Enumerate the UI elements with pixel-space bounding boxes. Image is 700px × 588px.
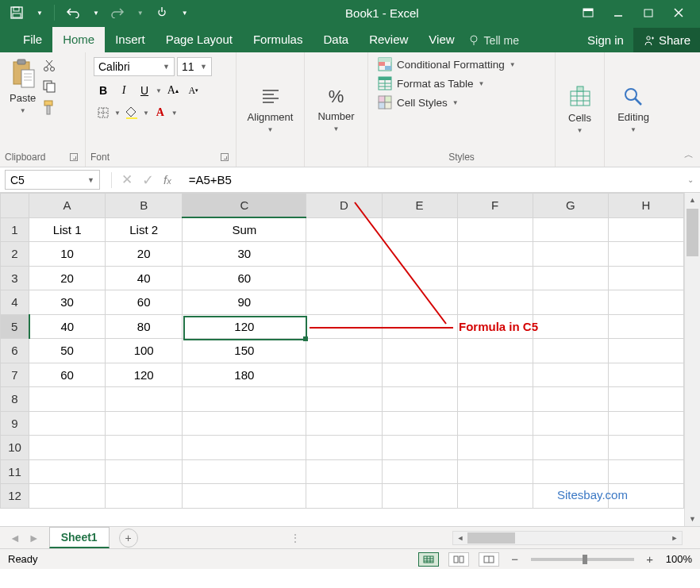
row-header-4[interactable]: 4	[1, 290, 29, 315]
cell-H1[interactable]	[608, 217, 683, 242]
cell-G3[interactable]	[533, 266, 608, 290]
cell-F1[interactable]	[457, 217, 533, 242]
alignment-button[interactable]: Alignment ▼	[243, 83, 298, 133]
cell-G10[interactable]	[533, 436, 608, 460]
cell-D6[interactable]	[306, 339, 382, 363]
cell-H3[interactable]	[608, 266, 683, 290]
cell-E10[interactable]	[382, 436, 457, 460]
sheet-tab-active[interactable]: Sheet1	[49, 527, 110, 548]
cell-H2[interactable]	[608, 242, 683, 267]
cell-F10[interactable]	[457, 436, 533, 460]
column-header-C[interactable]: C	[183, 194, 306, 218]
cell-A5[interactable]: 40	[29, 314, 106, 339]
cell-G1[interactable]	[533, 217, 608, 242]
tab-pagelayout[interactable]: Page Layout	[156, 27, 243, 52]
cell-H7[interactable]	[608, 363, 683, 387]
redo-icon[interactable]	[110, 6, 125, 20]
cell-B10[interactable]	[106, 436, 183, 460]
fx-icon[interactable]: fx	[163, 173, 171, 186]
cell-D5[interactable]	[306, 314, 382, 339]
vertical-scroll-thumb[interactable]	[687, 209, 698, 256]
row-header-7[interactable]: 7	[1, 363, 29, 387]
cell-A6[interactable]: 50	[29, 339, 106, 363]
cell-E2[interactable]	[382, 242, 457, 267]
cell-D12[interactable]	[306, 484, 382, 509]
cell-D1[interactable]	[306, 217, 382, 242]
format-painter-icon[interactable]	[42, 100, 56, 116]
cell-C10[interactable]	[183, 436, 306, 460]
cell-C5[interactable]: 120	[183, 314, 306, 339]
cell-H5[interactable]	[608, 314, 683, 339]
cell-A1[interactable]: List 1	[29, 217, 106, 242]
cell-H9[interactable]	[608, 411, 683, 436]
row-header-1[interactable]: 1	[1, 217, 29, 242]
cell-F2[interactable]	[457, 242, 533, 267]
collapse-ribbon-icon[interactable]: ︿	[684, 148, 694, 162]
cell-H6[interactable]	[608, 339, 683, 363]
tab-view[interactable]: View	[418, 27, 464, 52]
row-header-5[interactable]: 5	[1, 314, 29, 339]
maximize-button[interactable]	[641, 6, 656, 20]
row-header-12[interactable]: 12	[1, 484, 29, 509]
cell-E5[interactable]	[382, 314, 457, 339]
font-name-combo[interactable]: Calibri▼	[94, 57, 175, 76]
cell-B5[interactable]: 80	[106, 314, 183, 339]
cell-F12[interactable]	[457, 484, 533, 509]
cell-B2[interactable]: 20	[106, 242, 183, 267]
cell-H10[interactable]	[608, 436, 683, 460]
editing-button[interactable]: Editing ▼	[613, 83, 654, 133]
cell-D4[interactable]	[306, 290, 382, 315]
tab-insert[interactable]: Insert	[105, 27, 156, 52]
format-as-table-button[interactable]: Format as Table▼	[378, 76, 516, 90]
cell-G11[interactable]	[533, 459, 608, 484]
cell-C11[interactable]	[183, 459, 306, 484]
cell-F4[interactable]	[457, 290, 533, 315]
vertical-scrollbar[interactable]: ▲ ▼	[684, 193, 700, 526]
expand-formula-bar-icon[interactable]: ⌄	[687, 175, 694, 184]
cell-E7[interactable]	[382, 363, 457, 387]
font-size-combo[interactable]: 11▼	[177, 57, 212, 76]
cut-icon[interactable]	[42, 59, 56, 73]
column-header-D[interactable]: D	[306, 194, 382, 218]
cell-D3[interactable]	[306, 266, 382, 290]
cell-A8[interactable]	[29, 387, 106, 412]
cell-C7[interactable]: 180	[183, 363, 306, 387]
clipboard-dialog-launcher[interactable]	[70, 153, 78, 161]
touch-dropdown-icon[interactable]: ▼	[182, 10, 188, 17]
cell-A11[interactable]	[29, 459, 106, 484]
column-header-E[interactable]: E	[382, 194, 457, 218]
cancel-formula-icon[interactable]: ✕	[121, 171, 133, 188]
cell-A3[interactable]: 20	[29, 266, 106, 290]
close-button[interactable]	[671, 6, 686, 20]
borders-icon[interactable]	[94, 103, 113, 122]
font-dialog-launcher[interactable]	[221, 153, 229, 161]
row-header-6[interactable]: 6	[1, 339, 29, 363]
tab-data[interactable]: Data	[313, 27, 359, 52]
cell-styles-button[interactable]: Cell Styles▼	[378, 95, 516, 110]
column-header-A[interactable]: A	[29, 194, 106, 218]
cell-B1[interactable]: List 2	[106, 217, 183, 242]
sheet-nav-next-icon[interactable]: ►	[29, 532, 40, 544]
page-layout-view-icon[interactable]	[448, 552, 469, 567]
row-header-2[interactable]: 2	[1, 242, 29, 267]
cell-G5[interactable]	[533, 314, 608, 339]
formula-input[interactable]: =A5+B5 ⌄	[183, 167, 700, 192]
decrease-font-icon[interactable]: A▾	[184, 81, 203, 100]
touch-mode-icon[interactable]	[155, 6, 169, 20]
cell-F7[interactable]	[457, 363, 533, 387]
cell-D9[interactable]	[306, 411, 382, 436]
fill-color-icon[interactable]	[122, 103, 141, 122]
cell-C2[interactable]: 30	[183, 242, 306, 267]
scroll-down-icon[interactable]: ▼	[685, 512, 700, 526]
row-header-11[interactable]: 11	[1, 459, 29, 484]
horizontal-scrollbar[interactable]: ◄ ►	[452, 531, 683, 545]
cell-C9[interactable]	[183, 411, 306, 436]
zoom-slider[interactable]	[531, 558, 634, 561]
tab-review[interactable]: Review	[359, 27, 418, 52]
cell-H11[interactable]	[608, 459, 683, 484]
cell-E12[interactable]	[382, 484, 457, 509]
cell-C8[interactable]	[183, 387, 306, 412]
cell-F3[interactable]	[457, 266, 533, 290]
save-icon[interactable]	[10, 6, 24, 20]
row-header-8[interactable]: 8	[1, 387, 29, 412]
